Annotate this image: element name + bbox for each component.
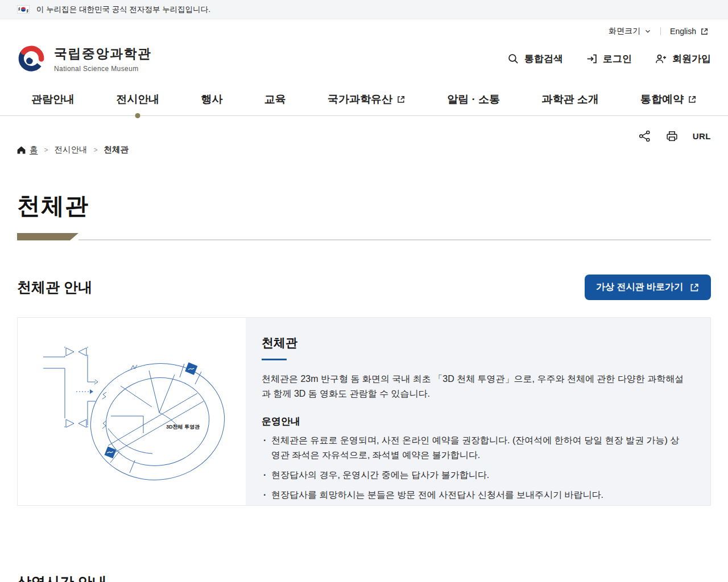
breadcrumb-current: 천체관 — [104, 144, 129, 155]
url-label: URL — [693, 131, 711, 141]
stairs-marker-icon — [104, 363, 197, 459]
page-title: 천체관 — [17, 190, 711, 222]
site-logo[interactable]: 국립중앙과학관 National Science Museum — [17, 44, 152, 73]
section-title: 천체관 안내 — [17, 278, 92, 297]
operation-guide-title: 운영안내 — [262, 415, 688, 428]
breadcrumb-bar: URL 홈 > 전시안내 > 천체관 — [17, 116, 711, 155]
hall-info-card: 3D천체 투영관 천체관 천체관은 23m 반구형 돔 화면의 국내 최초 「3… — [17, 317, 711, 506]
virtual-exhibition-button[interactable]: 가상 전시관 바로가기 — [585, 275, 711, 300]
nav-item-events[interactable]: 행사 — [201, 83, 223, 115]
virtual-exhibition-button-label: 가상 전시관 바로가기 — [596, 281, 683, 293]
floor-map: 3D천체 투영관 — [18, 318, 246, 505]
operation-guide-item: 현장답사의 경우, 운영시간 중에는 답사가 불가합니다. — [262, 468, 688, 483]
signup-label: 회원가입 — [672, 52, 711, 65]
chevron-down-icon — [644, 28, 651, 35]
utility-divider — [660, 27, 661, 35]
share-button[interactable] — [638, 130, 651, 143]
login-button[interactable]: 로그인 — [586, 52, 632, 65]
breadcrumb: 홈 > 전시안내 > 천체관 — [17, 116, 711, 155]
breadcrumb-home-link[interactable]: 홈 — [17, 144, 38, 155]
operation-guide-list: 천체관은 유료로 운영되며, 사전 온라인 예약을 권장합니다. (잔여석에 한… — [262, 433, 688, 502]
hall-description: 천체관은 23m 반구형 돔 화면의 국내 최초 「3D 천체 투영관」으로, … — [262, 372, 688, 401]
logo-title: 국립중앙과학관 — [54, 45, 152, 63]
search-label: 통합검색 — [524, 52, 563, 65]
english-link[interactable]: English — [670, 27, 709, 36]
english-label: English — [670, 27, 696, 36]
page-tools: URL — [638, 130, 711, 143]
nav-item-education[interactable]: 교육 — [264, 83, 286, 115]
nav-item-about[interactable]: 과학관 소개 — [541, 83, 598, 115]
nav-item-science-heritage[interactable]: 국가과학유산 — [328, 83, 406, 115]
nav-item-news[interactable]: 알림 · 소통 — [447, 83, 500, 115]
title-accent-line — [78, 239, 711, 240]
title-accent-bar — [17, 233, 78, 240]
operation-guide-item: 천체관은 유료로 운영되며, 사전 온라인 예약을 권장합니다. (잔여석에 한… — [262, 433, 688, 463]
breadcrumb-level1[interactable]: 전시안내 — [55, 144, 88, 155]
screen-size-label: 화면크기 — [609, 26, 640, 36]
next-section-title: 상영시간 안내 — [17, 573, 711, 582]
breadcrumb-home-label: 홈 — [30, 144, 38, 155]
museum-emblem-icon — [17, 44, 46, 73]
utility-bar: 화면크기 English — [0, 19, 728, 38]
signup-button[interactable]: 회원가입 — [655, 52, 711, 65]
nav-item-visit[interactable]: 관람안내 — [31, 83, 75, 115]
logo-subtitle: National Science Museum — [54, 65, 152, 73]
section-header: 천체관 안내 가상 전시관 바로가기 — [17, 275, 711, 300]
home-icon — [17, 146, 26, 154]
header-actions: 통합검색 로그인 회원가입 — [507, 52, 711, 65]
korea-flag-icon — [17, 5, 30, 14]
external-link-icon — [700, 27, 709, 36]
search-icon — [507, 53, 519, 65]
global-nav: 관람안내 전시안내 행사 교육 국가과학유산 알림 · 소통 과학관 소개 통합… — [0, 83, 728, 116]
copy-url-button[interactable]: URL — [693, 131, 711, 141]
gov-banner-text: 이 누리집은 대한민국 공식 전자정부 누리집입니다. — [36, 5, 210, 15]
breadcrumb-separator: > — [44, 146, 48, 154]
external-link-icon — [396, 95, 406, 104]
page-title-block: 천체관 — [17, 190, 711, 240]
nav-item-exhibition[interactable]: 전시안내 — [116, 83, 159, 115]
signup-person-plus-icon — [655, 53, 667, 65]
login-icon — [586, 53, 598, 65]
search-button[interactable]: 통합검색 — [507, 52, 563, 65]
external-link-icon — [688, 95, 697, 104]
title-accent — [17, 233, 711, 240]
external-link-icon — [689, 282, 700, 293]
floor-map-drawing: 3D천체 투영관 — [35, 332, 229, 491]
heading-underline — [262, 359, 287, 360]
hall-name-heading: 천체관 — [262, 335, 688, 351]
site-header: 국립중앙과학관 National Science Museum 통합검색 로그인… — [0, 38, 728, 83]
gov-banner: 이 누리집은 대한민국 공식 전자정부 누리집입니다. — [0, 0, 728, 19]
nav-item-reservation[interactable]: 통합예약 — [640, 83, 697, 115]
print-icon — [665, 130, 679, 143]
floor-map-label: 3D천체 투영관 — [166, 424, 200, 430]
login-label: 로그인 — [603, 52, 632, 65]
share-icon — [638, 130, 651, 143]
print-button[interactable] — [665, 130, 679, 143]
operation-guide-item: 현장답사를 희망하시는 분들은 방문 전에 사전답사 신청서를 보내주시기 바랍… — [262, 488, 688, 502]
breadcrumb-separator: > — [94, 146, 98, 154]
screen-size-menu[interactable]: 화면크기 — [609, 26, 651, 36]
hall-info-body: 천체관 천체관은 23m 반구형 돔 화면의 국내 최초 「3D 천체 투영관」… — [246, 318, 710, 505]
